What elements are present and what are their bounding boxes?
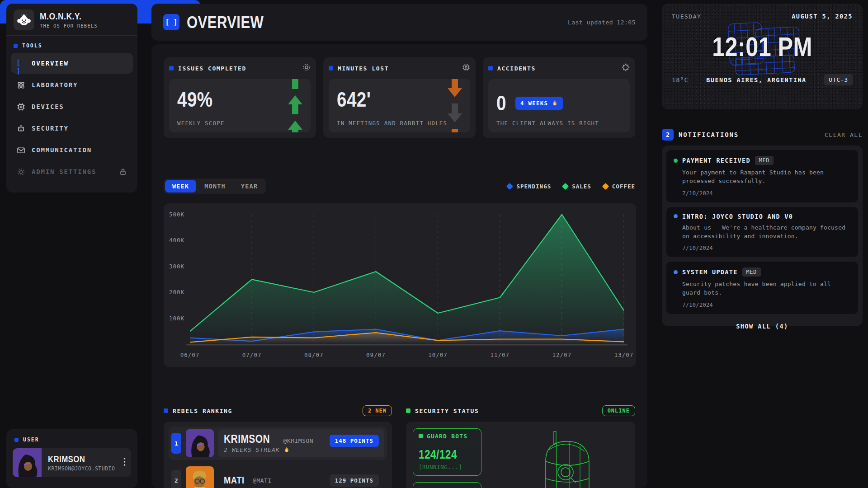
temperature-label: 18°C	[672, 76, 689, 84]
page-header: [ ] OVERVIEW Last updated 12:05	[151, 4, 647, 41]
brackets-icon: [ ]	[16, 59, 25, 68]
sidebar-item-laboratory[interactable]: LABORATORY	[11, 75, 133, 95]
tab-week[interactable]: WEEK	[165, 180, 196, 192]
stat-title: MINUTES LOST	[338, 65, 389, 72]
stat-cards-row: ISSUES COMPLETED 49% WEEKLY SCOPE	[164, 57, 635, 138]
rebels-ranking-card: 1 KRIMSON @KRIMSON	[164, 422, 392, 488]
time-display: 12:01 PM	[712, 31, 812, 62]
stat-value: 0	[496, 91, 506, 115]
chart-canvas: 100K200K300K400K500K06/0707/0708/0709/07…	[164, 203, 636, 367]
svg-text:300K: 300K	[169, 263, 184, 270]
flame-icon	[283, 446, 290, 453]
user-avatar	[13, 448, 42, 477]
ranking-row-1[interactable]: 1 KRIMSON @KRIMSON	[169, 427, 387, 460]
diamond-icon	[562, 183, 569, 190]
svg-text:100K: 100K	[169, 315, 184, 322]
tab-year[interactable]: YEAR	[234, 180, 265, 192]
security-title: SECURITY STATUS	[415, 408, 479, 414]
chip-icon[interactable]	[462, 63, 470, 73]
user-section-label: USER	[13, 432, 131, 446]
notifications-panel: PAYMENT RECEIVED MED Your payment to Ram…	[662, 145, 863, 326]
legend-coffee[interactable]: COFFEE	[603, 183, 635, 190]
notification-intro[interactable]: INTRO: JOYCO STUDIO AND V0 About us - We…	[666, 207, 858, 258]
notifications-header: 2 NOTIFICATIONS CLEAR ALL	[662, 128, 863, 141]
gear-icon	[16, 167, 25, 176]
svg-text:07/07: 07/07	[242, 352, 262, 358]
online-badge: ONLINE	[602, 405, 635, 416]
timezone-chip: UTC-3	[824, 74, 853, 85]
chart-legend: SPENDINGS SALES COFFEE	[507, 183, 635, 190]
sidebar-item-security[interactable]: SECURITY	[11, 118, 133, 139]
gear-icon[interactable]	[302, 63, 311, 73]
notifications-title: NOTIFICATIONS	[679, 131, 739, 138]
trend-down-icon	[446, 79, 464, 132]
notification-date: 7/10/2024	[682, 244, 851, 251]
tab-month[interactable]: MONTH	[197, 180, 233, 192]
stat-card-minutes-lost: MINUTES LOST 642' IN MEETINGS AND RABBIT…	[323, 57, 476, 138]
notification-system-update[interactable]: SYSTEM UPDATE MED Security patches have …	[666, 262, 858, 314]
mail-icon	[16, 145, 25, 155]
burst-icon[interactable]	[622, 63, 630, 73]
stat-title: ISSUES COMPLETED	[178, 65, 246, 72]
svg-text:400K: 400K	[169, 237, 184, 244]
new-count-badge: 2 NEW	[363, 405, 392, 416]
svg-text:500K: 500K	[169, 211, 184, 218]
atom-icon	[16, 80, 25, 89]
sidebar-nav: [ ] OVERVIEW LABORATORY DEVICES	[6, 53, 137, 182]
chip-icon	[16, 102, 25, 111]
stat-caption: THE CLIENT ALWAYS IS RIGHT	[496, 120, 599, 127]
sidebar-item-overview[interactable]: [ ] OVERVIEW	[11, 53, 133, 74]
status-dot-icon	[674, 159, 678, 163]
avatar	[186, 466, 214, 488]
sidebar-item-communication[interactable]: COMMUNICATION	[11, 140, 133, 160]
legend-sales[interactable]: SALES	[563, 183, 591, 190]
user-panel: USER KRIMSON KRIMSON@JOYCO.STUDIO	[6, 429, 137, 488]
stat-caption: IN MEETINGS AND RABBIT HOLES	[337, 120, 447, 127]
stat-caption: WEEKLY SCOPE	[177, 120, 225, 127]
user-name: KRIMSON	[48, 454, 85, 464]
notification-count-badge: 2	[662, 129, 674, 141]
streak-badge: 4 WEEKS	[515, 97, 563, 110]
weekday-label: TUESDAY	[672, 13, 701, 20]
stat-value: 49%	[177, 89, 213, 110]
notification-payment-received[interactable]: PAYMENT RECEIVED MED Your payment to Ram…	[666, 150, 858, 202]
notification-body: Security patches have been applied to al…	[682, 280, 851, 297]
stat-title: ACCIDENTS	[497, 65, 536, 72]
avatar	[186, 429, 214, 457]
status-dot-icon	[674, 214, 678, 218]
app-logo-row: M.O.N.K.Y. THE OS FOR REBELS	[6, 4, 137, 35]
show-all-button[interactable]: SHOW ALL (4)	[666, 319, 858, 332]
diamond-icon	[602, 183, 609, 190]
notification-date: 7/10/2024	[682, 190, 851, 197]
ranking-row-2[interactable]: 2 MATI @MATI 12	[169, 464, 387, 488]
card-bullet-icon	[406, 408, 410, 413]
stat-card-issues-completed: ISSUES COMPLETED 49% WEEKLY SCOPE	[164, 57, 316, 138]
points-badge: 129 POINTS	[330, 474, 379, 487]
area-chart: 100K200K300K400K500K06/0707/0708/0709/07…	[164, 203, 636, 367]
sidebar-item-devices[interactable]: DEVICES	[11, 96, 133, 117]
notification-body: About us - We're a healthcare company fo…	[682, 224, 851, 241]
trend-up-icon	[286, 79, 304, 132]
svg-text:12/07: 12/07	[552, 352, 572, 358]
app-tagline: THE OS FOR REBELS	[40, 23, 98, 28]
legend-spendings[interactable]: SPENDINGS	[507, 183, 551, 190]
kebab-menu-icon[interactable]	[118, 457, 131, 468]
stat-value: 642'	[337, 89, 371, 110]
clock-card: TUESDAY AUGUST 5, 2025 12:01 PM 18°	[662, 4, 863, 109]
priority-chip: MED	[755, 156, 774, 165]
user-email: KRIMSON@JOYCO.STUDIO	[48, 465, 118, 472]
rebel-name: MATI	[224, 475, 244, 485]
svg-text:11/07: 11/07	[490, 352, 509, 358]
svg-text:08/07: 08/07	[304, 352, 324, 358]
monkey-logo-icon	[14, 9, 34, 30]
guard-bots-count: 124/124	[419, 449, 457, 461]
svg-text:200K: 200K	[169, 289, 184, 296]
streak-label: 2 WEEKS STREAK	[224, 446, 379, 453]
clear-all-button[interactable]: CLEAR ALL	[825, 131, 863, 138]
guard-bots-status: [RUNNING...]	[419, 464, 476, 470]
card-bullet-icon	[329, 66, 333, 70]
sidebar-item-admin-settings[interactable]: ADMIN SETTINGS	[11, 161, 133, 182]
user-card[interactable]: KRIMSON KRIMSON@JOYCO.STUDIO	[13, 448, 131, 477]
priority-chip: MED	[742, 267, 761, 277]
app-name: M.O.N.K.Y.	[40, 11, 81, 21]
